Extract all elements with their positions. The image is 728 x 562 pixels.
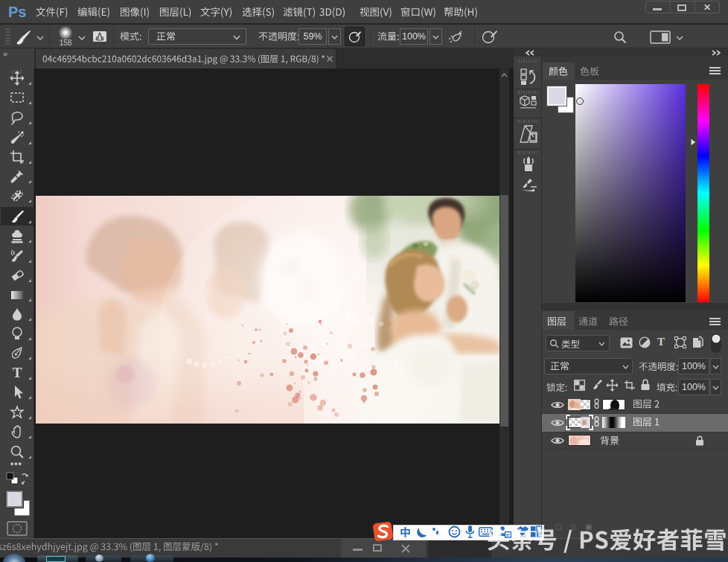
- svg-text:T: T: [13, 365, 22, 380]
